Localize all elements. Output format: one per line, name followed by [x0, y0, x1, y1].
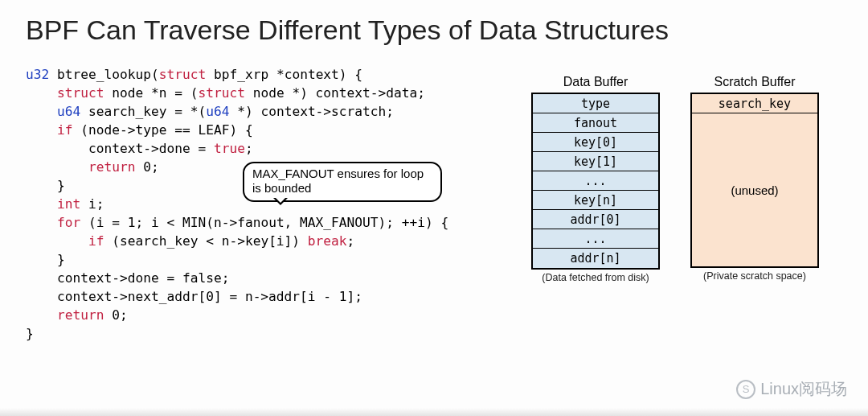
tok: btree_lookup( [49, 67, 158, 82]
data-buffer-column: Data Buffer type fanout key[0] key[1] ..… [531, 75, 660, 283]
data-buffer-label: Data Buffer [563, 75, 628, 89]
tok: (i = 1; i < MIN(n->fanout, MAX_FANOUT); … [80, 215, 448, 230]
tok-kw: return [57, 307, 104, 323]
tok: (search_key < n->key[i]) [104, 233, 307, 249]
watermark: S Linux阅码场 [736, 378, 847, 400]
scratch-cell-body: (unused) [692, 113, 817, 266]
scratch-buffer-label: Scratch Buffer [714, 75, 795, 89]
tok: ; [245, 141, 253, 156]
tok-type: u32 [26, 67, 49, 82]
tok: node *n = ( [104, 85, 198, 101]
page-title: BPF Can Traverse Different Types of Data… [26, 14, 842, 46]
callout-bubble: MAX_FANOUT ensures for loop is bounded [243, 162, 442, 202]
data-cell: key[n] [533, 191, 658, 210]
content-row: u32 btree_lookup(struct bpf_xrp *context… [26, 65, 842, 343]
scratch-buffer-column: Scratch Buffer search_key (unused) (Priv… [690, 75, 819, 283]
data-cell: addr[0] [533, 210, 658, 229]
tok: (node->type == LEAF) { [72, 122, 252, 138]
tok: 0; [104, 307, 127, 323]
tok: search_key = *( [80, 104, 206, 119]
tok-kw: if [88, 233, 104, 249]
code-column: u32 btree_lookup(struct bpf_xrp *context… [26, 65, 508, 343]
scratch-buffer-caption: (Private scratch space) [703, 270, 806, 282]
tok: 0; [135, 159, 158, 175]
tok-type: u64 [57, 104, 80, 119]
tok-kw: struct [198, 85, 244, 101]
data-cell: key[1] [533, 152, 658, 171]
tok-kw: return [88, 159, 135, 175]
diagram-column: Data Buffer type fanout key[0] key[1] ..… [508, 65, 842, 283]
tok: i; [80, 196, 104, 212]
tok-kw: if [57, 122, 73, 138]
tok: *) context->scratch; [229, 104, 394, 119]
tok-type: u64 [206, 104, 229, 119]
data-cell: ... [533, 229, 658, 249]
tok-kw: struct [159, 67, 206, 82]
tok: ; [347, 233, 355, 249]
tok-kw: int [57, 196, 80, 212]
data-cell: key[0] [533, 133, 658, 152]
scratch-buffer-box: search_key (unused) [690, 93, 819, 268]
slide: BPF Can Traverse Different Types of Data… [0, 0, 868, 416]
tok: node *) context->data; [245, 85, 425, 101]
watermark-icon: S [736, 380, 755, 399]
tok-kw: struct [57, 85, 104, 101]
tok-kw: for [57, 215, 80, 230]
data-buffer-caption: (Data fetched from disk) [542, 272, 649, 283]
tok: bpf_xrp *context) { [206, 67, 362, 82]
data-cell: ... [533, 171, 658, 191]
tok: } [26, 326, 34, 341]
tok: context->next_addr[0] = n->addr[i - 1]; [57, 289, 362, 304]
watermark-text: Linux阅码场 [760, 378, 847, 400]
tok: } [57, 252, 65, 267]
tok: } [57, 178, 65, 193]
data-cell: addr[n] [533, 249, 658, 268]
data-cell: fanout [533, 113, 658, 133]
data-buffer-box: type fanout key[0] key[1] ... key[n] add… [531, 93, 660, 270]
tok: context->done = [88, 141, 214, 156]
tok-kw: break [308, 233, 347, 249]
code-block: u32 btree_lookup(struct bpf_xrp *context… [26, 65, 508, 343]
tok-kw: true [214, 141, 245, 156]
scratch-cell-top: search_key [692, 94, 817, 113]
tok: context->done = false; [57, 270, 229, 286]
data-cell: type [533, 94, 658, 113]
